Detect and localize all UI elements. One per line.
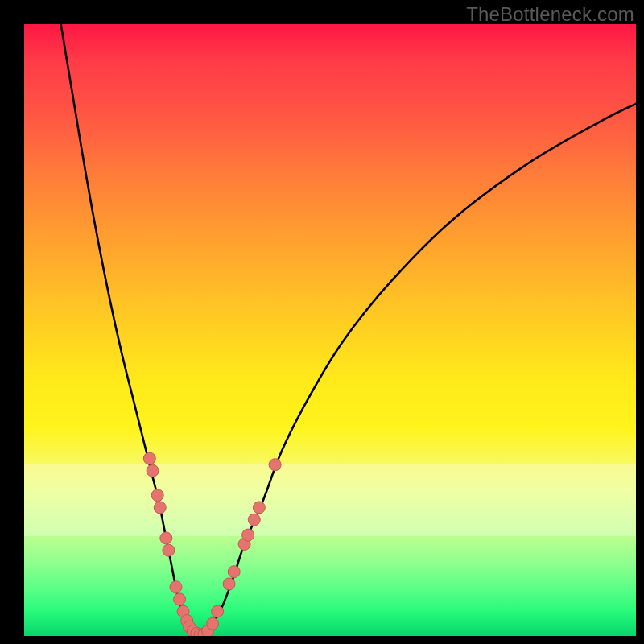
chart-frame: TheBottleneck.com xyxy=(0,0,644,644)
data-marker xyxy=(269,459,281,471)
data-marker xyxy=(194,629,206,636)
highlight-band xyxy=(24,464,636,536)
marker-group xyxy=(143,452,281,636)
data-marker xyxy=(191,627,203,636)
data-marker xyxy=(228,566,240,578)
data-marker xyxy=(238,539,250,551)
data-marker xyxy=(181,615,193,627)
data-marker xyxy=(202,625,214,636)
data-marker xyxy=(151,489,163,502)
data-marker xyxy=(143,452,155,464)
data-marker xyxy=(177,605,189,617)
data-marker xyxy=(248,514,260,526)
curve-svg xyxy=(24,24,636,636)
plot-area xyxy=(24,24,636,636)
data-marker xyxy=(184,621,196,633)
data-marker xyxy=(242,529,254,541)
data-marker xyxy=(163,544,175,556)
watermark-text: TheBottleneck.com xyxy=(466,3,634,26)
data-marker xyxy=(160,532,172,544)
data-marker xyxy=(198,628,210,636)
data-marker xyxy=(212,605,224,617)
data-marker xyxy=(170,581,182,593)
data-marker xyxy=(174,593,186,605)
data-marker xyxy=(253,502,265,514)
data-marker xyxy=(187,625,199,636)
data-marker xyxy=(207,617,219,630)
data-marker xyxy=(154,502,166,514)
data-marker xyxy=(223,578,235,590)
data-marker xyxy=(147,464,159,477)
bottleneck-curve xyxy=(61,24,636,636)
